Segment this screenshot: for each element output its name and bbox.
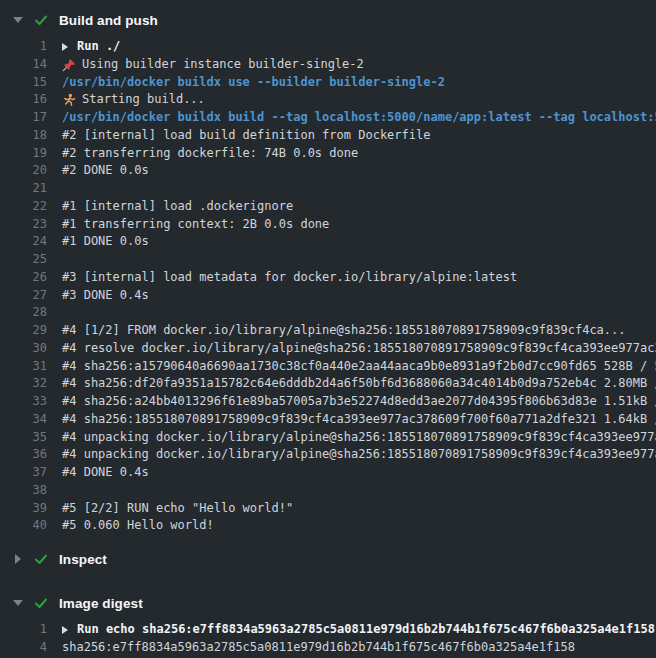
line-number[interactable]: 16 — [0, 91, 47, 109]
section-title: Image digest — [59, 596, 143, 611]
workflow-log-viewer: Build and push1Run ./14Using builder ins… — [0, 8, 656, 658]
line-number[interactable]: 1 — [0, 621, 47, 639]
line-text: #2 [internal] load build definition from… — [62, 127, 430, 145]
log-line: 38 — [0, 482, 656, 500]
line-number[interactable]: 38 — [0, 482, 47, 500]
line-text: Starting build... — [62, 91, 205, 109]
line-content: #1 DONE 0.0s — [62, 233, 149, 251]
line-number[interactable]: 17 — [0, 109, 47, 127]
chevron-down-icon — [13, 17, 23, 23]
section-header-inspect[interactable]: Inspect — [0, 547, 656, 571]
runner-icon — [62, 93, 76, 107]
log-line: 17/usr/bin/docker buildx build --tag loc… — [0, 109, 656, 127]
log-line: 16Starting build... — [0, 91, 656, 109]
expand-group-icon[interactable] — [62, 626, 68, 634]
line-number[interactable]: 23 — [0, 216, 47, 234]
chevron-right-icon — [13, 554, 23, 564]
line-content: #4 sha256:a15790640a6690aa1730c38cf0a440… — [62, 358, 656, 376]
log-line: 31#4 sha256:a15790640a6690aa1730c38cf0a4… — [0, 358, 656, 376]
line-number[interactable]: 30 — [0, 340, 47, 358]
line-text: #4 unpacking docker.io/library/alpine@sh… — [62, 429, 656, 447]
log-block-image-digest: 1Run echo sha256:e7ff8834a5963a2785c5a08… — [0, 621, 656, 657]
log-line: 28 — [0, 304, 656, 322]
expand-group-icon[interactable] — [62, 43, 68, 51]
line-text: #4 sha256:a15790640a6690aa1730c38cf0a440… — [62, 358, 656, 376]
line-content: #4 unpacking docker.io/library/alpine@sh… — [62, 429, 656, 447]
line-number[interactable]: 24 — [0, 233, 47, 251]
line-number[interactable]: 14 — [0, 56, 47, 74]
line-number[interactable]: 39 — [0, 500, 47, 518]
line-content: #4 [1/2] FROM docker.io/library/alpine@s… — [62, 322, 626, 340]
line-number[interactable]: 18 — [0, 127, 47, 145]
line-number[interactable]: 36 — [0, 446, 47, 464]
line-number[interactable]: 37 — [0, 464, 47, 482]
log-line: 15/usr/bin/docker buildx use --builder b… — [0, 74, 656, 92]
line-number[interactable]: 26 — [0, 269, 47, 287]
log-line: 14Using builder instance builder-single-… — [0, 56, 656, 74]
log-line: 33#4 sha256:a24bb4013296f61e89ba57005a7b… — [0, 393, 656, 411]
line-content: Run echo sha256:e7ff8834a5963a2785c5a081… — [77, 621, 655, 639]
line-content: #4 sha256:df20fa9351a15782c64e6dddb2d4a6… — [62, 375, 656, 393]
line-text: #1 [internal] load .dockerignore — [62, 198, 293, 216]
line-content: #4 unpacking docker.io/library/alpine@sh… — [62, 446, 656, 464]
line-number[interactable]: 34 — [0, 411, 47, 429]
line-content: #5 0.060 Hello world! — [62, 517, 214, 535]
line-text: Run echo sha256:e7ff8834a5963a2785c5a081… — [62, 621, 655, 639]
line-number[interactable]: 29 — [0, 322, 47, 340]
line-number[interactable]: 21 — [0, 180, 47, 198]
line-text: #4 [1/2] FROM docker.io/library/alpine@s… — [62, 322, 626, 340]
line-text: #4 unpacking docker.io/library/alpine@sh… — [62, 446, 656, 464]
section-title: Build and push — [59, 13, 158, 28]
log-line: 40#5 0.060 Hello world! — [0, 517, 656, 535]
check-icon — [33, 551, 49, 567]
section-header-image-digest[interactable]: Image digest — [0, 591, 656, 615]
line-content: #4 DONE 0.4s — [62, 464, 149, 482]
line-content: #2 DONE 0.0s — [62, 162, 149, 180]
line-content: #3 [internal] load metadata for docker.i… — [62, 269, 517, 287]
log-line: 18#2 [internal] load build definition fr… — [0, 127, 656, 145]
line-number[interactable]: 33 — [0, 393, 47, 411]
log-line: 36#4 unpacking docker.io/library/alpine@… — [0, 446, 656, 464]
line-number[interactable]: 1 — [0, 38, 47, 56]
line-content: Run ./ — [77, 38, 120, 56]
line-text: Run ./ — [62, 38, 120, 56]
check-icon — [33, 595, 49, 611]
line-content: #1 [internal] load .dockerignore — [62, 198, 293, 216]
line-content: #2 [internal] load build definition from… — [62, 127, 430, 145]
line-number[interactable]: 31 — [0, 358, 47, 376]
section-header-build-and-push[interactable]: Build and push — [0, 8, 656, 32]
line-content: #1 transferring context: 2B 0.0s done — [62, 216, 329, 234]
log-line: 27#3 DONE 0.4s — [0, 287, 656, 305]
line-content: #4 resolve docker.io/library/alpine@sha2… — [62, 340, 656, 358]
line-number[interactable]: 27 — [0, 287, 47, 305]
line-content: Using builder instance builder-single-2 — [82, 56, 364, 74]
line-text: Using builder instance builder-single-2 — [62, 56, 364, 74]
line-number[interactable]: 40 — [0, 517, 47, 535]
line-text: #3 [internal] load metadata for docker.i… — [62, 269, 517, 287]
line-text: /usr/bin/docker buildx build --tag local… — [62, 109, 656, 127]
line-content: sha256:e7ff8834a5963a2785c5a0811e979d16b… — [62, 639, 575, 657]
line-number[interactable]: 15 — [0, 74, 47, 92]
line-number[interactable]: 20 — [0, 162, 47, 180]
line-number[interactable]: 35 — [0, 429, 47, 447]
log-line: 34#4 sha256:185518070891758909c9f839cf4c… — [0, 411, 656, 429]
log-line: 30#4 resolve docker.io/library/alpine@sh… — [0, 340, 656, 358]
check-icon — [33, 12, 49, 28]
log-line: 24#1 DONE 0.0s — [0, 233, 656, 251]
pushpin-icon — [62, 58, 76, 72]
log-line: 20#2 DONE 0.0s — [0, 162, 656, 180]
line-content: #4 sha256:185518070891758909c9f839cf4ca3… — [62, 411, 656, 429]
line-number[interactable]: 4 — [0, 639, 47, 657]
line-number[interactable]: 22 — [0, 198, 47, 216]
log-block-build-and-push: 1Run ./14Using builder instance builder-… — [0, 38, 656, 535]
log-line: 1Run echo sha256:e7ff8834a5963a2785c5a08… — [0, 621, 656, 639]
log-line: 37#4 DONE 0.4s — [0, 464, 656, 482]
line-text: sha256:e7ff8834a5963a2785c5a0811e979d16b… — [62, 639, 575, 657]
line-number[interactable]: 28 — [0, 304, 47, 322]
line-text: #2 DONE 0.0s — [62, 162, 149, 180]
line-content: Starting build... — [82, 91, 205, 109]
line-number[interactable]: 19 — [0, 145, 47, 163]
line-number[interactable]: 32 — [0, 375, 47, 393]
line-content: #2 transferring dockerfile: 74B 0.0s don… — [62, 145, 358, 163]
line-number[interactable]: 25 — [0, 251, 47, 269]
